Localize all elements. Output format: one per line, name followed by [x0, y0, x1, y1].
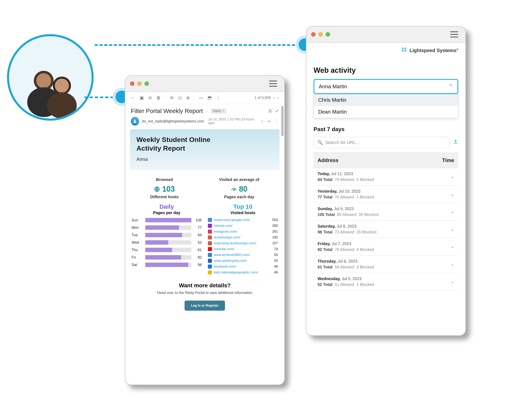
top10-host-row: duckduckgo.com/ 192	[208, 235, 278, 240]
row-total: 52 Total	[318, 282, 332, 287]
row-date: Jul 9, 2023	[334, 206, 354, 211]
bar-track	[145, 233, 191, 237]
host-link[interactable]: www.achieve3000.com/	[214, 253, 272, 257]
maximize-icon[interactable]	[326, 32, 330, 37]
prev-icon[interactable]: ‹	[274, 96, 275, 100]
brand-text: Lightspeed Systems®	[409, 48, 458, 53]
host-link[interactable]: kahoot.com/	[214, 224, 270, 228]
host-link[interactable]: instagram.com/	[214, 230, 270, 234]
globe-icon	[154, 186, 160, 192]
close-icon[interactable]	[311, 32, 315, 37]
row-total: 77 Total	[318, 195, 332, 199]
open-new-window-icon[interactable]: ⤢	[275, 108, 279, 114]
favicon-icon	[208, 259, 212, 263]
daily-bar-row: Mon 77	[132, 225, 202, 230]
more-icon[interactable]: ⋮	[216, 95, 221, 101]
menu-icon[interactable]	[269, 81, 277, 87]
day-label: Tue	[132, 233, 143, 237]
minimize-icon[interactable]	[137, 82, 142, 86]
host-link[interactable]: www.spellingcity.com/	[214, 259, 272, 263]
labels-icon[interactable]: ⬒	[208, 95, 212, 101]
top10-title: Top 10	[208, 203, 278, 210]
top10-host-row: kids.nationalgeographic.com/ 46	[208, 270, 278, 274]
stat-avg-value: 80	[239, 185, 247, 193]
minimize-icon[interactable]	[318, 32, 323, 37]
activity-day-row[interactable]: Yesterday, Jul 10, 2023 77 Total 76 Allo…	[314, 186, 458, 203]
host-link[interactable]: myaccount.google.com/	[214, 218, 270, 222]
host-link[interactable]: facebook.com/	[214, 265, 272, 269]
window-titlebar	[306, 27, 466, 43]
back-icon[interactable]: ←	[131, 95, 135, 101]
row-total: 84 Total	[318, 177, 332, 182]
chevron-up-icon: ⌃	[449, 83, 453, 90]
row-dayname: Thursday,	[318, 259, 337, 263]
student-name: Anna	[137, 157, 273, 162]
daily-bar-row: Sun 105	[132, 218, 202, 222]
top10-host-row: youtube.com/ 79	[208, 247, 278, 251]
next-icon[interactable]: ›	[277, 96, 279, 100]
important-icon[interactable]: ▷	[206, 109, 208, 113]
inbox-chip[interactable]: Inbox ×	[211, 109, 226, 113]
host-link[interactable]: kids.nationalgeographic.com/	[214, 270, 272, 274]
top10-host-row: www.spellingcity.com/ 55	[208, 259, 278, 263]
activity-day-row[interactable]: Today, Jul 11, 2023 84 Total 79 Allowed …	[314, 168, 458, 186]
snooze-icon[interactable]: ◷	[178, 95, 182, 101]
row-allowed: 51 Allowed	[335, 282, 354, 287]
window-titlebar	[125, 76, 284, 92]
window-traffic-lights[interactable]	[130, 82, 149, 86]
row-dayname: Friday,	[318, 241, 331, 246]
host-link[interactable]: duckduckgo.com/	[214, 235, 270, 240]
past-7-days-label: Past 7 days	[306, 118, 466, 135]
student-option-chris[interactable]: Chris Martin	[314, 94, 458, 106]
overflow-icon[interactable]: ⋮	[275, 119, 279, 124]
scrollbar-thumb[interactable]	[281, 106, 284, 136]
row-date: Jul 10, 2023	[338, 189, 361, 193]
activity-day-row[interactable]: Wednesday, Jul 5, 2023 52 Total 51 Allow…	[314, 273, 458, 291]
student-option-dean[interactable]: Dean Martin	[314, 106, 458, 118]
chevron-down-icon: ⌄	[451, 174, 454, 179]
row-allowed: 58 Allowed	[335, 265, 354, 269]
menu-icon[interactable]	[450, 31, 458, 38]
row-dayname: Sunday,	[318, 206, 333, 211]
maximize-icon[interactable]	[145, 82, 149, 86]
print-icon[interactable]: ⎙	[269, 108, 271, 114]
star-icon[interactable]: ☆	[261, 119, 264, 124]
host-count: 79	[274, 247, 278, 251]
export-icon[interactable]	[453, 139, 458, 146]
close-icon[interactable]	[130, 82, 134, 86]
delete-icon[interactable]: 🗑	[156, 95, 161, 101]
activity-day-row[interactable]: Saturday, Jul 8, 2023 98 Total 72 Allowe…	[314, 221, 458, 238]
student-dropdown: Chris Martin Dean Martin	[314, 94, 458, 118]
activity-day-row[interactable]: Sunday, Jul 9, 2023 105 Total 85 Allowed…	[314, 203, 458, 221]
search-url-input[interactable]: 🔍 Search for URL...	[314, 137, 449, 148]
host-count: 107	[272, 241, 278, 245]
add-task-icon[interactable]: ⊕	[186, 95, 190, 101]
window-traffic-lights[interactable]	[311, 32, 330, 37]
mark-unread-icon[interactable]: ✉	[170, 95, 173, 101]
daily-bar-row: Fri 82	[132, 255, 202, 260]
move-to-icon[interactable]: ▭	[199, 95, 203, 101]
stat-avg-sub: Pages each day	[219, 195, 259, 199]
svg-point-7	[134, 120, 136, 121]
day-label: Sun	[132, 218, 143, 222]
report-spam-icon[interactable]: ⊘	[148, 95, 152, 101]
svg-point-9	[234, 190, 234, 191]
favicon-icon	[208, 235, 212, 240]
col-time: Time	[442, 157, 454, 164]
reply-icon[interactable]: ↩	[268, 119, 271, 124]
student-select[interactable]: Anna Martin ⌃	[314, 79, 458, 94]
login-register-button[interactable]: Log In or Register	[184, 300, 225, 311]
top10-host-row: improving.duckduckgo.com/ 107	[208, 241, 278, 245]
host-count: 280	[272, 224, 278, 228]
host-count: 46	[274, 270, 278, 274]
archive-icon[interactable]: ▣	[140, 95, 144, 101]
bar-track	[145, 225, 191, 230]
host-link[interactable]: improving.duckduckgo.com/	[214, 241, 270, 245]
activity-day-row[interactable]: Friday, Jul 7, 2023 82 Total 78 Allowed …	[314, 238, 458, 255]
row-blocked: 20 Blocked	[359, 212, 378, 217]
host-count: 192	[272, 235, 278, 240]
activity-day-row[interactable]: Thursday, Jul 6, 2023 61 Total 58 Allowe…	[314, 255, 458, 273]
host-count: 554	[272, 218, 278, 222]
favicon-icon	[208, 247, 212, 251]
host-link[interactable]: youtube.com/	[214, 247, 272, 251]
